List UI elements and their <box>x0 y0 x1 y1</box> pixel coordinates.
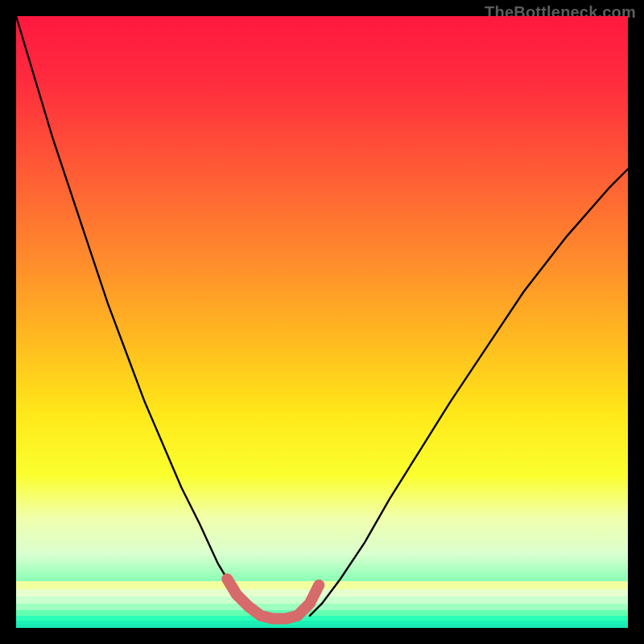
chart-frame: TheBottleneck.com <box>0 0 644 644</box>
left-curve <box>16 16 261 616</box>
curves-svg <box>16 16 628 628</box>
right-curve <box>310 169 628 616</box>
plot-area <box>16 16 628 628</box>
optimal-marker <box>227 579 319 618</box>
